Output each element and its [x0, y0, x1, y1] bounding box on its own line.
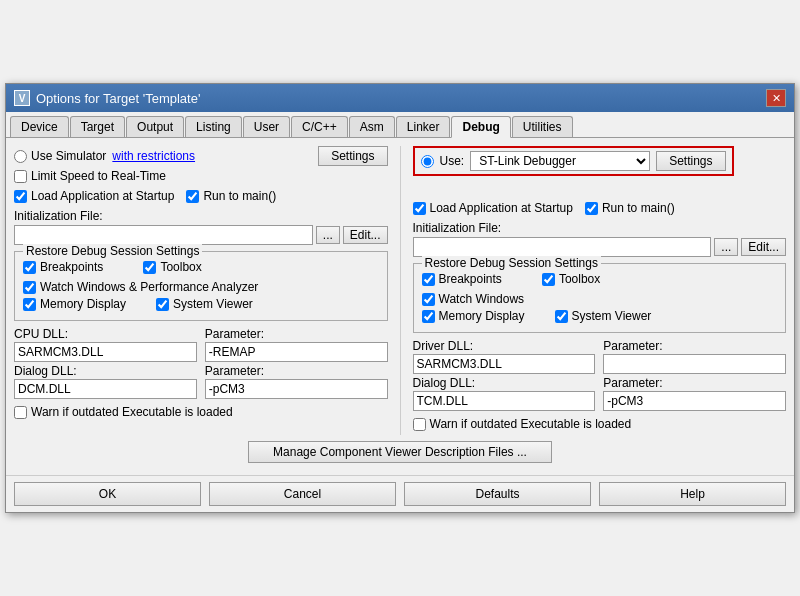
left-cpu-dll-input[interactable] — [14, 342, 197, 362]
footer: OK Cancel Defaults Help — [6, 475, 794, 512]
left-watch-perf-label[interactable]: Watch Windows & Performance Analyzer — [23, 280, 379, 294]
left-load-app-checkbox[interactable] — [14, 190, 27, 203]
right-toolbox-label[interactable]: Toolbox — [542, 272, 600, 286]
left-memory-checkbox[interactable] — [23, 298, 36, 311]
tab-device[interactable]: Device — [10, 116, 69, 137]
left-sysviewer-checkbox[interactable] — [156, 298, 169, 311]
right-dialog-param-input[interactable] — [603, 391, 786, 411]
left-breakpoints-label[interactable]: Breakpoints — [23, 260, 103, 274]
right-driver-dll-input[interactable] — [413, 354, 596, 374]
tab-listing[interactable]: Listing — [185, 116, 242, 137]
left-restore-title: Restore Debug Session Settings — [23, 244, 202, 258]
right-load-app-label[interactable]: Load Application at Startup — [413, 201, 573, 215]
left-init-file-row: ... Edit... — [14, 225, 388, 245]
content-area: Use Simulator with restrictions Settings… — [6, 138, 794, 475]
right-breakpoints-label[interactable]: Breakpoints — [422, 272, 502, 286]
tab-user[interactable]: User — [243, 116, 290, 137]
left-cpu-param-input[interactable] — [205, 342, 388, 362]
right-warn-checkbox[interactable] — [413, 418, 426, 431]
left-warn-checkbox[interactable] — [14, 406, 27, 419]
right-watch-windows-label[interactable]: Watch Windows — [422, 292, 778, 306]
right-memory-checkbox[interactable] — [422, 310, 435, 323]
close-button[interactable]: ✕ — [766, 89, 786, 107]
left-watch-perf-checkbox[interactable] — [23, 281, 36, 294]
right-warn-label: Warn if outdated Executable is loaded — [430, 417, 632, 431]
left-toolbox-checkbox[interactable] — [143, 261, 156, 274]
tab-bar: Device Target Output Listing User C/C++ … — [6, 112, 794, 138]
limit-speed-label: Limit Speed to Real-Time — [31, 169, 166, 183]
left-dialog-param-input[interactable] — [205, 379, 388, 399]
tab-linker[interactable]: Linker — [396, 116, 451, 137]
use-simulator-radio-label[interactable]: Use Simulator — [14, 149, 106, 163]
right-memory-label[interactable]: Memory Display — [422, 309, 525, 323]
panel-divider — [400, 146, 401, 435]
manage-btn[interactable]: Manage Component Viewer Description File… — [248, 441, 552, 463]
left-toolbox-label[interactable]: Toolbox — [143, 260, 201, 274]
help-button[interactable]: Help — [599, 482, 786, 506]
tab-utilities[interactable]: Utilities — [512, 116, 573, 137]
right-sysviewer-label[interactable]: System Viewer — [555, 309, 652, 323]
right-toolbox-checkbox[interactable] — [542, 273, 555, 286]
left-warn-row: Warn if outdated Executable is loaded — [14, 405, 388, 419]
left-load-app-label[interactable]: Load Application at Startup — [14, 189, 174, 203]
right-driver-dll-label: Driver DLL: — [413, 339, 596, 353]
left-warn-label: Warn if outdated Executable is loaded — [31, 405, 233, 419]
left-settings-button[interactable]: Settings — [318, 146, 387, 166]
left-memory-label[interactable]: Memory Display — [23, 297, 126, 311]
right-settings-button[interactable]: Settings — [656, 151, 725, 171]
right-dll-grid: Driver DLL: Parameter: Dialog DLL: Param… — [413, 339, 787, 411]
title-bar: V Options for Target 'Template' ✕ — [6, 84, 794, 112]
right-restore-title: Restore Debug Session Settings — [422, 256, 601, 270]
limit-speed-row: Limit Speed to Real-Time — [14, 169, 388, 183]
left-dialog-dll-input[interactable] — [14, 379, 197, 399]
tab-output[interactable]: Output — [126, 116, 184, 137]
right-driver-param-label: Parameter: — [603, 339, 786, 353]
right-init-label: Initialization File: — [413, 221, 787, 235]
left-dll-grid: CPU DLL: Parameter: Dialog DLL: Paramete… — [14, 327, 388, 399]
right-dialog-dll-input[interactable] — [413, 391, 596, 411]
left-panel: Use Simulator with restrictions Settings… — [14, 146, 388, 435]
right-dialog-param-label: Parameter: — [603, 376, 786, 390]
right-init-input[interactable] — [413, 237, 712, 257]
left-init-label: Initialization File: — [14, 209, 388, 223]
use-simulator-label: Use Simulator — [31, 149, 106, 163]
cancel-button[interactable]: Cancel — [209, 482, 396, 506]
left-cpu-param-label: Parameter: — [205, 327, 388, 341]
right-load-app-checkbox[interactable] — [413, 202, 426, 215]
right-breakpoints-checkbox[interactable] — [422, 273, 435, 286]
right-edit-btn[interactable]: Edit... — [741, 238, 786, 256]
right-init-file-row: ... Edit... — [413, 237, 787, 257]
left-breakpoints-checkbox[interactable] — [23, 261, 36, 274]
right-browse-btn[interactable]: ... — [714, 238, 738, 256]
debugger-select[interactable]: ST-Link Debugger J-Link/J-Trace Cortex U… — [470, 151, 650, 171]
left-run-main-checkbox[interactable] — [186, 190, 199, 203]
left-edit-btn[interactable]: Edit... — [343, 226, 388, 244]
main-window: V Options for Target 'Template' ✕ Device… — [5, 83, 795, 513]
window-title: Options for Target 'Template' — [36, 91, 200, 106]
use-debugger-radio[interactable] — [421, 155, 434, 168]
right-run-main-checkbox[interactable] — [585, 202, 598, 215]
left-run-main-label[interactable]: Run to main() — [186, 189, 276, 203]
tab-debug[interactable]: Debug — [451, 116, 510, 138]
left-init-input[interactable] — [14, 225, 313, 245]
ok-button[interactable]: OK — [14, 482, 201, 506]
use-simulator-radio[interactable] — [14, 150, 27, 163]
left-browse-btn[interactable]: ... — [316, 226, 340, 244]
manage-row: Manage Component Viewer Description File… — [14, 441, 786, 463]
right-panel: Use: ST-Link Debugger J-Link/J-Trace Cor… — [413, 146, 787, 435]
limit-speed-checkbox[interactable] — [14, 170, 27, 183]
use-label: Use: — [440, 154, 465, 168]
use-radio-label[interactable] — [421, 155, 434, 168]
right-run-main-label[interactable]: Run to main() — [585, 201, 675, 215]
app-icon: V — [14, 90, 30, 106]
left-dialog-dll-label: Dialog DLL: — [14, 364, 197, 378]
right-watch-windows-checkbox[interactable] — [422, 293, 435, 306]
tab-asm[interactable]: Asm — [349, 116, 395, 137]
with-restrictions-link[interactable]: with restrictions — [112, 149, 195, 163]
left-sysviewer-label[interactable]: System Viewer — [156, 297, 253, 311]
right-sysviewer-checkbox[interactable] — [555, 310, 568, 323]
tab-cpp[interactable]: C/C++ — [291, 116, 348, 137]
defaults-button[interactable]: Defaults — [404, 482, 591, 506]
right-driver-param-input[interactable] — [603, 354, 786, 374]
tab-target[interactable]: Target — [70, 116, 125, 137]
